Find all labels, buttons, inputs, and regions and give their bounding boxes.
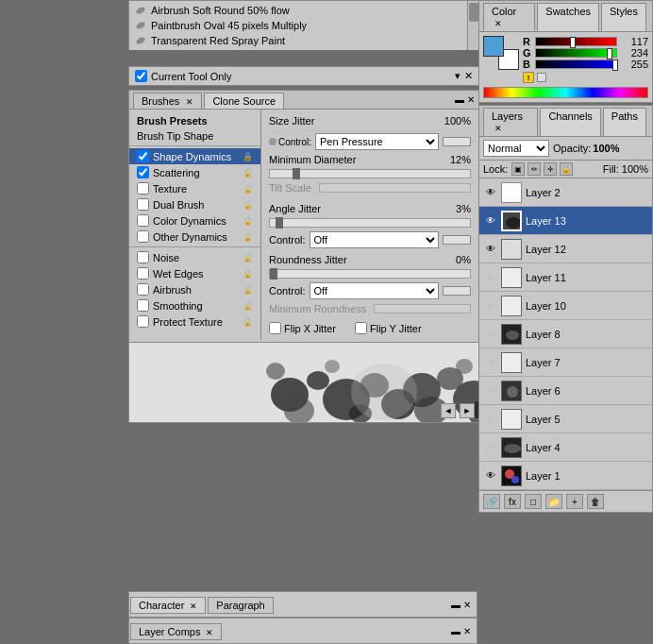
tab-channels[interactable]: Channels [540,108,600,136]
color-spectrum[interactable] [483,87,648,98]
angle-control-slider[interactable] [443,235,471,245]
layer-11-visibility[interactable]: ○ [483,270,498,285]
min-diameter-slider[interactable] [269,169,471,178]
new-layer-btn[interactable]: + [566,494,583,509]
layer-10-visibility[interactable]: ○ [483,298,498,314]
current-tool-label[interactable]: Current Tool Only [135,70,231,82]
layer-item-4[interactable]: ○ Layer 4 [479,433,652,462]
flip-y-label[interactable]: Flip Y Jitter [355,322,422,334]
wet-edges-checkbox[interactable] [137,267,149,280]
tab-swatches[interactable]: Swatches [537,3,599,31]
current-tool-checkbox[interactable] [135,70,147,82]
brush-item-wet-edges[interactable]: Wet Edges 🔒 [129,265,260,281]
close-icon[interactable]: ✕ [464,70,473,82]
tab-character[interactable]: Character ✕ [130,597,206,614]
char-para-min[interactable]: ▬ [451,600,460,610]
brush-item-airbrush[interactable]: Airbrush 🔒 [129,281,260,297]
layer-item-11[interactable]: ○ Layer 11 [479,263,652,292]
lock-transparent-btn[interactable]: ▣ [511,162,525,176]
layer-item-8[interactable]: ○ Layer 8 [479,320,652,348]
char-tab-close[interactable]: ✕ [190,602,197,611]
angle-jitter-slider[interactable] [269,218,471,228]
roundness-jitter-control-select[interactable]: Off Pen Pressure [310,282,439,299]
layer-mask-btn[interactable]: □ [525,494,542,509]
brush-item-texture[interactable]: Texture 🔒 [129,180,260,196]
layer-item-5[interactable]: ○ Layer 5 [479,405,652,433]
lock-all-btn[interactable]: 🔒 [560,162,573,176]
layers-tab-close[interactable]: ✕ [494,124,502,133]
minimize-icon[interactable]: ▾ [455,70,460,82]
brush-item-dual-brush[interactable]: Dual Brush 🔒 [129,196,260,212]
color-dynamics-checkbox[interactable] [137,214,149,227]
layer-4-visibility[interactable]: ○ [483,440,498,455]
smoothing-checkbox[interactable] [137,299,149,312]
scattering-checkbox[interactable] [137,166,149,178]
brush-item-noise[interactable]: Noise 🔒 [129,249,260,265]
brushes-tab-close[interactable]: ✕ [186,97,193,107]
fg-color-swatch[interactable] [483,36,504,57]
layer-2-visibility[interactable]: 👁 [483,185,498,200]
link-layers-btn[interactable]: 🔗 [483,494,500,509]
brush-item-smoothing[interactable]: Smoothing 🔒 [129,297,260,314]
layer-item-6[interactable]: ○ Layer 6 [479,377,652,405]
noise-checkbox[interactable] [137,251,149,263]
layer-7-visibility[interactable]: ○ [483,355,498,370]
brush-tip-shape[interactable]: Brush Tip Shape [129,128,260,144]
flip-y-checkbox[interactable] [355,322,367,334]
brush-item-scattering[interactable]: Scattering 🔒 [129,164,260,180]
texture-checkbox[interactable] [137,182,149,195]
tab-layers[interactable]: Layers ✕ [483,108,538,136]
lock-image-btn[interactable]: ✏ [527,162,541,176]
layer-comps-close[interactable]: ✕ [206,628,213,637]
layer-effects-btn[interactable]: fx [504,494,521,509]
tab-paragraph[interactable]: Paragraph [208,597,273,614]
preview-btn-1[interactable]: ◄ [441,403,456,418]
g-slider-track[interactable] [535,48,617,58]
layer-8-visibility[interactable]: ○ [483,327,498,342]
airbrush-checkbox[interactable] [137,283,149,296]
tab-clone-source[interactable]: Clone Source [204,93,284,109]
layer-6-visibility[interactable]: ○ [483,383,498,398]
layer-5-visibility[interactable]: ○ [483,412,498,427]
size-jitter-control-slider[interactable] [443,137,471,146]
preview-btn-2[interactable]: ► [460,403,475,418]
blend-mode-select[interactable]: Normal Multiply Screen [483,140,549,157]
tab-color[interactable]: Color ✕ [483,3,535,31]
layer-13-visibility[interactable]: 👁 [483,213,498,229]
flip-x-checkbox[interactable] [269,322,281,334]
layer-comps-min[interactable]: ▬ [451,626,460,636]
flip-x-label[interactable]: Flip X Jitter [269,322,336,334]
brush-item-color-dynamics[interactable]: Color Dynamics 🔒 [129,212,260,229]
lock-position-btn[interactable]: ✛ [544,162,557,176]
size-jitter-control-select[interactable]: Pen Pressure Off Fade Pen Tilt [315,133,439,150]
layer-12-visibility[interactable]: 👁 [483,242,498,257]
r-slider-track[interactable] [535,37,617,46]
dual-brush-checkbox[interactable] [137,198,149,211]
preset-item-2[interactable]: Paintbrush Oval 45 pixels Multiply [129,18,478,33]
layer-item-2[interactable]: 👁 Layer 2 [479,178,652,207]
tab-paths[interactable]: Paths [603,108,646,136]
new-group-btn[interactable]: 📁 [545,494,562,509]
roundness-control-slider[interactable] [443,286,471,296]
panel-min-icon[interactable]: ▬ [455,94,464,105]
tab-styles[interactable]: Styles [601,3,646,31]
tab-brushes[interactable]: Brushes ✕ [133,93,202,109]
layer-comps-close-btn[interactable]: ✕ [463,626,471,636]
char-para-close[interactable]: ✕ [463,600,471,610]
angle-jitter-control-select[interactable]: Off Pen Pressure [310,231,439,248]
layer-item-10[interactable]: ○ Layer 10 [479,292,652,320]
tab-layer-comps[interactable]: Layer Comps ✕ [130,623,222,640]
brush-item-other-dynamics[interactable]: Other Dynamics 🔒 [129,229,260,245]
roundness-jitter-slider[interactable] [269,269,471,279]
brush-item-protect-texture[interactable]: Protect Texture 🔒 [129,314,260,330]
b-slider-track[interactable] [535,59,617,69]
other-dynamics-checkbox[interactable] [137,230,149,243]
layer-1-visibility[interactable]: 👁 [483,468,498,483]
layer-item-7[interactable]: ○ Layer 7 [479,348,652,377]
layer-item-12[interactable]: 👁 Layer 12 [479,235,652,263]
layer-item-1[interactable]: 👁 Layer 1 [479,462,652,490]
layer-item-13[interactable]: 👁 Layer 13 [479,207,652,235]
preset-item-3[interactable]: Transparent Red Spray Paint [129,33,478,48]
preset-item-1[interactable]: Airbrush Soft Round 50% flow [129,3,478,18]
shape-dynamics-checkbox[interactable] [137,150,149,162]
